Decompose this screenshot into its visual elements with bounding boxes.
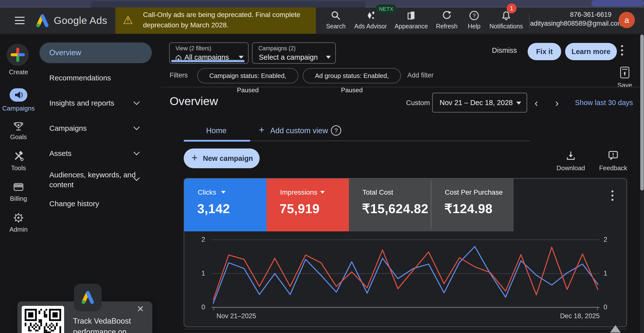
warning-icon: ⚠ <box>123 13 133 27</box>
date-range-picker[interactable]: Nov 21 – Dec 18, 2028 <box>432 93 527 113</box>
account-phone: 876-361-6619 <box>530 11 612 19</box>
add-filter-button[interactable]: Add filter <box>407 72 434 79</box>
avatar[interactable]: a <box>618 12 635 28</box>
divider <box>160 87 644 87</box>
sidebar-item-change-history[interactable]: Change history <box>49 200 99 208</box>
filter-chip-campaign-status[interactable]: Campaign status: Enabled, Paused <box>197 68 298 83</box>
refresh-button[interactable]: Refresh <box>432 9 462 32</box>
rail-item-campaigns[interactable] <box>10 88 27 102</box>
sidebar-item-overview[interactable]: Overview <box>40 43 152 63</box>
search-button[interactable]: Search <box>321 9 350 32</box>
billing-card-icon[interactable] <box>12 181 24 193</box>
chevron-down-icon[interactable] <box>134 149 140 155</box>
sidebar-item-recommendations[interactable]: Recommendations <box>49 74 111 82</box>
plus-icon[interactable]: + <box>259 125 264 135</box>
refresh-icon <box>441 9 453 22</box>
qr-code-pattern <box>25 309 61 333</box>
google-ads-logo-icon <box>34 13 50 29</box>
filters-label: Filters <box>170 72 188 79</box>
notifications-button[interactable]: Notifications <box>485 9 527 32</box>
megaphone-icon <box>10 88 27 102</box>
account-email: adityasingh808589@gmail.com <box>530 20 612 27</box>
goals-trophy-icon[interactable] <box>12 121 24 132</box>
menu-icon[interactable] <box>15 17 25 24</box>
create-plus-icon <box>7 44 29 66</box>
active-tab-underline <box>184 140 250 142</box>
caret-down-icon <box>326 56 331 59</box>
scroll-to-top-icon[interactable] <box>610 325 621 332</box>
notifications-label: Notifications <box>485 23 527 30</box>
tab-home[interactable]: Home <box>206 126 226 135</box>
new-campaign-button[interactable]: + New campaign <box>184 149 260 168</box>
netx-badge: NETX <box>376 5 397 14</box>
next-period-button[interactable]: › <box>555 97 559 109</box>
topbar-divider <box>529 14 530 29</box>
metric-card-clicks[interactable]: Clicks 3,142 <box>184 179 266 231</box>
metric-label: Cost Per Purchase <box>445 188 503 196</box>
product-name: Google Ads <box>54 15 107 26</box>
chevron-down-icon[interactable] <box>134 124 140 130</box>
download-button[interactable]: Download <box>552 150 589 172</box>
search-icon <box>330 9 342 22</box>
filter-chip-adgroup-status[interactable]: Ad group status: Enabled, Paused <box>303 68 401 83</box>
learn-more-button[interactable]: Learn more <box>565 43 617 60</box>
rail-item-billing-label[interactable]: Billing <box>0 195 37 202</box>
dismiss-button[interactable]: Dismiss <box>492 46 517 55</box>
metric-card-impressions[interactable]: Impressions 75,919 <box>266 179 349 231</box>
caret-down-icon[interactable] <box>221 191 226 194</box>
new-campaign-label: New campaign <box>203 154 253 163</box>
chevron-down-icon[interactable] <box>134 99 140 105</box>
chart-more-options-icon[interactable] <box>612 190 614 203</box>
banner-more-options-icon[interactable] <box>621 45 623 58</box>
banner-text-line1: Call-Only ads are being deprecated. Fina… <box>143 11 300 19</box>
tab-add-custom-view[interactable]: Add custom view <box>270 126 328 135</box>
rail-item-create-label[interactable]: Create <box>0 68 37 76</box>
save-button[interactable]: Save <box>612 66 637 89</box>
rail-item-campaigns-label[interactable]: Campaigns <box>0 105 37 112</box>
performance-line-chart <box>212 231 600 311</box>
browser-tab[interactable] <box>91 1 366 8</box>
campaign-dropdown[interactable]: Campaigns (2) Select a campaign <box>252 43 336 64</box>
download-icon <box>565 150 576 161</box>
browser-tab-right[interactable] <box>591 0 644 7</box>
feedback-label: Feedback <box>595 164 632 172</box>
tabs-help-icon[interactable]: ? <box>331 125 341 136</box>
promo-text-line1: Track VedaBoost <box>73 317 131 325</box>
close-icon[interactable]: × <box>137 302 144 315</box>
sidebar-item-audiences[interactable]: Audiences, keywords, and content <box>49 170 158 190</box>
tools-icon[interactable] <box>12 150 24 162</box>
date-range-value: Nov 21 – Dec 18, 2028 <box>440 99 513 107</box>
banner-text-line2: deprecation by March 2028. <box>143 21 228 29</box>
sidebar-item-insights[interactable]: Insights and reports <box>49 99 114 107</box>
help-label: Help <box>462 23 486 30</box>
feedback-icon <box>608 150 619 161</box>
scrollbar-thumb[interactable] <box>640 35 644 190</box>
admin-gear-icon[interactable] <box>12 212 24 224</box>
view-dropdown-underline <box>171 60 244 62</box>
metric-card-total-cost[interactable]: Total Cost ₹15,624.82 <box>349 179 431 231</box>
view-dropdown[interactable]: View (2 filters) All campaigns <box>169 43 248 64</box>
top-app-bar: Google Ads ⚠ Call-Only ads are being dep… <box>0 8 644 34</box>
help-button[interactable]: ? Help <box>462 9 486 32</box>
sidebar-item-assets[interactable]: Assets <box>49 149 72 158</box>
metric-label: Clicks <box>198 188 216 196</box>
google-ads-logo-tile <box>74 284 102 311</box>
rail-item-admin-label[interactable]: Admin <box>0 226 37 233</box>
metric-label: Impressions <box>280 188 317 196</box>
date-custom-label: Custom <box>406 99 430 107</box>
show-last-30-days-link[interactable]: Show last 30 days <box>575 99 633 107</box>
sidebar-item-campaigns[interactable]: Campaigns <box>49 124 87 132</box>
appearance-button[interactable]: Appearance <box>392 9 431 32</box>
previous-period-button[interactable]: ‹ <box>534 97 538 109</box>
refresh-label: Refresh <box>432 23 462 30</box>
rail-item-goals-label[interactable]: Goals <box>0 133 37 141</box>
deprecation-banner: ⚠ Call-Only ads are being deprecated. Fi… <box>116 8 316 34</box>
y-tick-label: 2 <box>190 236 205 243</box>
fix-it-button[interactable]: Fix it <box>528 43 561 60</box>
next-section-edge <box>184 329 627 329</box>
metric-card-cost-per-purchase[interactable]: Cost Per Purchase ₹124.98 <box>431 179 514 231</box>
rail-item-tools-label[interactable]: Tools <box>0 164 37 172</box>
feedback-button[interactable]: Feedback <box>595 150 632 172</box>
caret-down-icon[interactable] <box>320 191 325 194</box>
create-button[interactable] <box>7 44 29 66</box>
